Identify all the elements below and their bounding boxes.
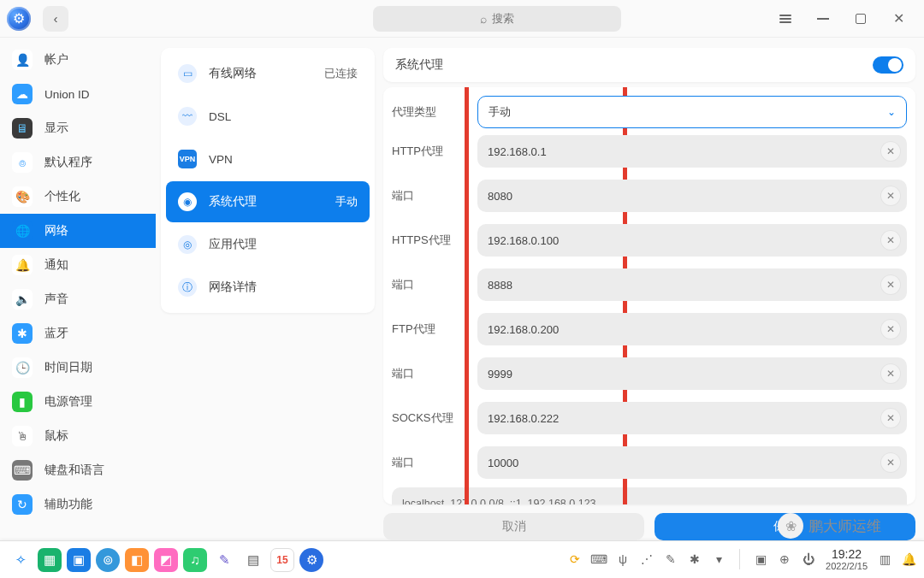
sidebar-item-power[interactable]: ▮ 电源管理: [0, 385, 156, 419]
clear-button[interactable]: ✕: [881, 142, 900, 161]
subnav-item-sysproxy[interactable]: ◉ 系统代理 手动: [166, 181, 370, 222]
subnav-item-appproxy[interactable]: ◎ 应用代理: [166, 224, 370, 265]
back-button[interactable]: ‹: [43, 6, 68, 32]
proxy-row-input[interactable]: 8080 ✕: [477, 180, 907, 212]
sidebar-item-a11y[interactable]: ↻ 辅助功能: [0, 487, 156, 522]
union-icon: ☁: [12, 84, 33, 104]
proxy-row-label: 端口: [392, 366, 477, 381]
clear-button[interactable]: ✕: [881, 186, 900, 205]
watermark-text: 鹏大师运维: [808, 516, 881, 536]
sidebar-item-union[interactable]: ☁ Union ID: [0, 77, 156, 111]
desktop-switch-icon[interactable]: ▥: [878, 552, 891, 566]
taskbar-app-10[interactable]: ⚙: [299, 548, 323, 572]
taskbar-clock[interactable]: 19:22 2022/2/15: [826, 548, 868, 571]
subnav-item-status: 手动: [335, 195, 358, 209]
sidebar-item-defaultapp[interactable]: ⌾ 默认程序: [0, 145, 156, 180]
minimize-button[interactable]: [804, 0, 842, 38]
personal-icon: 🎨: [12, 186, 33, 207]
tray-icon-4[interactable]: ✎: [664, 552, 678, 566]
sidebar-item-bluetooth[interactable]: ✱ 蓝牙: [0, 316, 156, 351]
watermark: ❀ 鹏大师运维: [778, 513, 881, 539]
maximize-button[interactable]: [842, 0, 880, 38]
clear-button[interactable]: ✕: [881, 275, 900, 294]
taskbar-app-4[interactable]: ◧: [125, 548, 149, 572]
wired-icon: ▭: [178, 64, 197, 83]
sidebar-item-network[interactable]: 🌐 网络: [0, 214, 156, 248]
taskbar-app-3[interactable]: ⊚: [96, 548, 120, 572]
taskbar-app-7[interactable]: ✎: [212, 548, 236, 572]
proxy-row-input[interactable]: 8888 ✕: [477, 268, 907, 301]
clear-button[interactable]: ✕: [881, 364, 900, 383]
clear-button[interactable]: ✕: [881, 231, 900, 250]
proxy-type-select[interactable]: 手动 ⌄: [477, 96, 907, 128]
taskbar-app-2[interactable]: ▣: [67, 548, 91, 572]
tray2-icon-0[interactable]: ▣: [754, 552, 767, 566]
proxy-row-input[interactable]: 10000 ✕: [477, 446, 907, 479]
search-placeholder: 搜索: [492, 11, 514, 27]
notify-icon: 🔔: [12, 255, 33, 275]
power-icon: ▮: [12, 392, 33, 412]
subnav-item-netdetail[interactable]: ⓘ 网络详情: [166, 267, 370, 308]
exclude-hosts-input[interactable]: localhost, 127.0.0.0/8, ::1, 192.168.0.1…: [392, 487, 907, 504]
tray-icon-0[interactable]: ⟳: [568, 552, 582, 566]
proxy-row-value: 192.168.0.100: [488, 234, 559, 247]
tray-icon-6[interactable]: ▾: [712, 552, 726, 566]
sidebar-item-account[interactable]: 👤 帐户: [0, 43, 156, 77]
proxy-row-value: 9999: [488, 368, 512, 380]
search-input[interactable]: ⌕ 搜索: [373, 6, 621, 32]
proxy-row-4: FTP代理 192.168.0.200 ✕: [392, 310, 907, 349]
notification-icon[interactable]: 🔔: [902, 552, 915, 566]
sidebar-item-sound[interactable]: 🔈 声音: [0, 282, 156, 316]
close-button[interactable]: ✕: [880, 0, 917, 38]
sidebar-item-label: 辅助功能: [44, 497, 92, 512]
proxy-row-label: HTTP代理: [392, 144, 477, 159]
taskbar-app-8[interactable]: ▤: [241, 548, 265, 572]
chevron-down-icon: ⌄: [887, 106, 896, 118]
tray-icon-1[interactable]: ⌨: [592, 552, 606, 566]
proxy-type-label: 代理类型: [392, 104, 477, 120]
proxy-enable-toggle[interactable]: [873, 56, 903, 74]
tray-icon-5[interactable]: ✱: [688, 552, 702, 566]
sidebar-item-mouse[interactable]: 🖱 鼠标: [0, 419, 156, 453]
display-icon: 🖥: [12, 118, 33, 139]
subnav-item-label: 系统代理: [209, 194, 257, 209]
tray-icon-2[interactable]: ψ: [616, 552, 630, 566]
proxy-row-label: SOCKS代理: [392, 410, 477, 426]
tray-icon-3[interactable]: ⋰: [640, 552, 654, 566]
appproxy-icon: ◎: [178, 235, 197, 254]
proxy-row-input[interactable]: 192.168.0.200 ✕: [477, 313, 907, 345]
proxy-row-input[interactable]: 192.168.0.222 ✕: [477, 402, 907, 434]
taskbar-app-1[interactable]: ▦: [38, 548, 62, 572]
system-tray: ⟳⌨ψ⋰✎✱▾ ▣⊕⏻ 19:22 2022/2/15 ▥ 🔔: [568, 548, 915, 571]
network-icon: 🌐: [12, 221, 33, 241]
taskbar-app-5[interactable]: ◩: [154, 548, 178, 572]
proxy-row-input[interactable]: 192.168.0.100 ✕: [477, 224, 907, 257]
taskbar-app-6[interactable]: ♫: [183, 548, 207, 572]
clock-time: 19:22: [826, 548, 868, 561]
subnav-item-dsl[interactable]: 〰 DSL: [166, 96, 370, 137]
subnav-item-wired[interactable]: ▭ 有线网络 已连接: [166, 53, 370, 94]
tray2-icon-1[interactable]: ⊕: [778, 552, 791, 566]
network-subnav: ▭ 有线网络 已连接〰 DSL VPN VPN ◉ 系统代理 手动◎ 应用代理 …: [156, 38, 380, 540]
tray2-icon-2[interactable]: ⏻: [802, 552, 815, 566]
keyboard-icon: ⌨: [12, 460, 33, 481]
clear-button[interactable]: ✕: [881, 453, 900, 472]
clear-button[interactable]: ✕: [881, 320, 900, 339]
sidebar-item-personal[interactable]: 🎨 个性化: [0, 180, 156, 214]
sidebar-item-display[interactable]: 🖥 显示: [0, 111, 156, 145]
taskbar-app-0[interactable]: ✧: [9, 548, 33, 572]
content-header-label: 系统代理: [395, 57, 443, 73]
menu-button[interactable]: [767, 0, 804, 38]
taskbar-app-9[interactable]: 15: [270, 548, 294, 572]
sidebar-item-datetime[interactable]: 🕒 时间日期: [0, 351, 156, 385]
proxy-row-input[interactable]: 9999 ✕: [477, 357, 907, 390]
cancel-button[interactable]: 取消: [383, 513, 644, 540]
sidebar-item-notify[interactable]: 🔔 通知: [0, 248, 156, 282]
clock-date: 2022/2/15: [826, 561, 868, 571]
subnav-item-label: VPN: [209, 153, 233, 166]
proxy-row-input[interactable]: 192.168.0.1 ✕: [477, 135, 907, 168]
sidebar-item-keyboard[interactable]: ⌨ 键盘和语言: [0, 453, 156, 487]
clear-button[interactable]: ✕: [881, 409, 900, 428]
subnav-item-vpn[interactable]: VPN VPN: [166, 139, 370, 180]
proxy-row-label: HTTPS代理: [392, 233, 477, 248]
